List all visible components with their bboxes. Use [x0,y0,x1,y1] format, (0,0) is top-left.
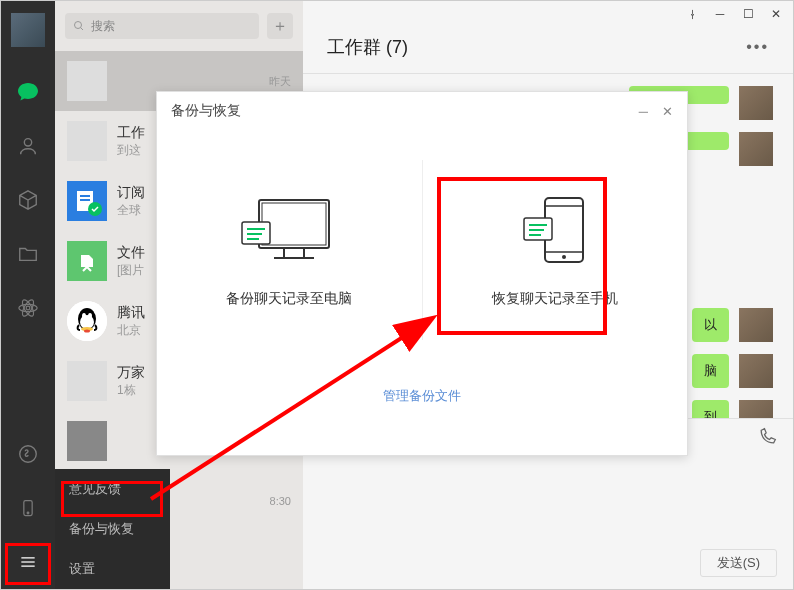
manage-backup-link[interactable]: 管理备份文件 [383,388,461,403]
chat-time: 昨天 [269,74,291,89]
backup-label: 备份聊天记录至电脑 [226,290,352,308]
close-icon[interactable]: ✕ [769,7,783,21]
hamburger-icon[interactable] [15,549,41,575]
svg-point-7 [27,512,29,514]
restore-label: 恢复聊天记录至手机 [492,290,618,308]
menu-settings[interactable]: 设置 [55,549,170,589]
message-bubble: 脑 [692,354,729,388]
sender-avatar-icon[interactable] [739,86,773,120]
monitor-icon [234,192,344,272]
svg-point-21 [80,315,94,329]
minimize-icon[interactable]: ─ [713,7,727,21]
dialog-minimize-icon[interactable]: ─ [639,104,648,119]
menu-feedback[interactable]: 意见反馈 [55,469,170,509]
file-icon [67,241,107,281]
call-icon[interactable] [757,427,777,451]
sender-avatar-icon[interactable] [739,354,773,388]
window-controls: ─ ☐ ✕ [303,1,793,27]
restore-to-phone-option[interactable]: 恢复聊天记录至手机 [423,130,688,370]
message-bubble: 到 [692,400,729,418]
folder-icon[interactable] [15,241,41,267]
svg-rect-30 [262,203,326,245]
svg-point-11 [75,22,82,29]
backup-dialog: 备份与恢复 ─ ✕ 备份聊天记录至电脑 [156,91,688,456]
svg-point-25 [84,330,90,333]
more-icon[interactable]: ••• [746,38,769,56]
svg-point-1 [26,306,30,310]
group-avatar-icon [67,361,107,401]
message-input[interactable] [303,459,793,549]
dialog-close-icon[interactable]: ✕ [662,104,673,119]
menu-backup[interactable]: 备份与恢复 [55,509,170,549]
message-bubble: 以 [692,308,729,342]
add-button[interactable]: ＋ [267,13,293,39]
dialog-title: 备份与恢复 [171,102,241,120]
user-avatar[interactable] [11,13,45,47]
atom-icon[interactable] [15,295,41,321]
contacts-icon[interactable] [15,133,41,159]
backup-to-pc-option[interactable]: 备份聊天记录至电脑 [157,130,422,370]
settings-menu: 意见反馈 备份与恢复 设置 [55,469,170,589]
chat-icon[interactable] [15,79,41,105]
svg-point-41 [562,255,566,259]
svg-point-22 [82,313,86,319]
group-avatar-icon [67,121,107,161]
miniprogram-icon[interactable] [15,441,41,467]
search-input[interactable]: 搜索 [65,13,259,39]
subscription-icon [67,181,107,221]
svg-point-0 [24,139,31,146]
send-button[interactable]: 发送(S) [700,549,777,577]
search-placeholder: 搜索 [91,18,115,35]
group-avatar-icon [67,61,107,101]
svg-point-5 [20,446,37,463]
pin-icon[interactable] [685,7,699,21]
chat-time: 8:30 [270,495,291,507]
nav-sidebar [1,1,55,589]
chat-title: 工作群 (7) [327,35,408,59]
maximize-icon[interactable]: ☐ [741,7,755,21]
phone-icon [510,192,600,272]
cube-icon[interactable] [15,187,41,213]
sender-avatar-icon[interactable] [739,132,773,166]
sender-avatar-icon[interactable] [739,308,773,342]
svg-point-23 [88,313,92,319]
phone-icon[interactable] [15,495,41,521]
avatar-icon [67,421,107,461]
sender-avatar-icon[interactable] [739,400,773,418]
svg-line-12 [81,28,84,31]
qq-icon [67,301,107,341]
svg-point-2 [19,304,37,311]
